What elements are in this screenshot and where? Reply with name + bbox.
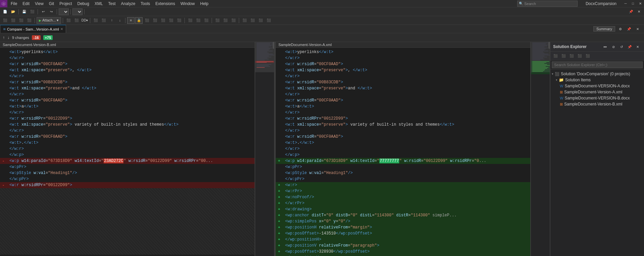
se-tool4[interactable]: ⬛ <box>576 53 583 59</box>
se-tool5[interactable]: ⬛ <box>584 53 591 59</box>
docx-icon-1: W <box>560 84 563 88</box>
menu-analyze[interactable]: Analyze <box>118 0 138 7</box>
xml-tool11[interactable]: ⬛ <box>167 17 175 24</box>
se-close-button[interactable]: ✕ <box>634 43 641 50</box>
toolbar-main: 📄 📂 💾 ⬛ ↩ ↪ 📌 ✕ <box>0 7 644 16</box>
se-solution-label: Solution 'DocxComparsion' (0 projects) <box>561 72 630 76</box>
right-code-area[interactable]: <w:t>yperlinks</w:t> </w:r> <w:r w:rsidR… <box>276 48 530 256</box>
right-toolbar: 📌 ✕ <box>627 8 643 15</box>
right-minimap[interactable] <box>531 42 550 256</box>
se-tool1[interactable]: ⬛ <box>552 53 559 59</box>
open-file-button[interactable]: 📂 <box>9 8 17 15</box>
se-refresh-button[interactable]: ↺ <box>618 43 625 50</box>
diff-highlight-btn[interactable]: ≡ <box>127 17 135 24</box>
diff-lock-btn[interactable]: 🔒 <box>135 17 143 24</box>
se-tool3[interactable]: ⬛ <box>568 53 575 59</box>
xml-tool13[interactable]: ⬛ <box>186 17 194 24</box>
menu-tools[interactable]: Tools <box>138 0 153 7</box>
table-row: <w:t>a</w:t> <box>276 103 530 110</box>
menu-xml[interactable]: XML <box>92 0 106 7</box>
right-editor-filename: SampleDocument-Version-A.xml <box>276 42 530 48</box>
save-all-button[interactable]: ⬛ <box>29 8 36 15</box>
config-dropdown[interactable] <box>59 8 69 15</box>
se-solution-items-folder[interactable]: ▾ 📁 Solution Items <box>550 77 644 83</box>
close-diff-button[interactable]: ✕ <box>634 26 641 32</box>
diff-up-button[interactable]: ↑ <box>3 35 5 40</box>
sep3 <box>57 9 57 14</box>
se-expand-button[interactable]: ▸▸ <box>602 43 609 50</box>
se-file-version-a-docx[interactable]: W SampleDocument-VERSION-A.docx <box>550 83 644 89</box>
xml-tool4[interactable]: ⬛ <box>92 17 99 24</box>
menu-extensions[interactable]: Extensions <box>153 0 178 7</box>
xml-tool1[interactable]: ⬛ <box>65 17 72 24</box>
close-button[interactable]: ✕ <box>637 0 644 7</box>
xml-tool3[interactable]: DD▾ <box>81 17 88 24</box>
pin-diff-button[interactable]: 📌 <box>625 26 633 32</box>
save-button[interactable]: 💾 <box>20 8 28 15</box>
menu-help[interactable]: Help <box>198 0 211 7</box>
left-minimap[interactable] <box>255 42 274 256</box>
xml-tool19[interactable]: ⬛ <box>241 17 248 24</box>
xml-tool5[interactable]: ⬛ <box>100 17 107 24</box>
toolbar2-btn4[interactable]: ⬛ <box>25 17 33 24</box>
solution-caret-icon: ▾ <box>552 72 553 76</box>
toolbar2-btn3[interactable]: ⬛ <box>17 17 25 24</box>
xml-tool16[interactable]: ⬛ <box>214 17 221 24</box>
se-solution-root[interactable]: ▾ ⬛ Solution 'DocxComparsion' (0 project… <box>550 71 644 77</box>
toolbar2-btn2[interactable]: ⬛ <box>9 17 17 24</box>
menu-debug[interactable]: Debug <box>75 0 92 7</box>
close-pane-button[interactable]: ✕ <box>635 8 643 15</box>
xml-tool6[interactable]: ↑ <box>108 17 115 24</box>
se-file-version-b-docx[interactable]: W SampleDocument-VERSION-B.docx <box>550 95 644 101</box>
xml-tool8[interactable]: ⬛ <box>143 17 151 24</box>
se-file-version-b-xml[interactable]: ⊞ SampleDocument-Version-B.xml <box>550 101 644 107</box>
xml-tool14[interactable]: ⬛ <box>195 17 202 24</box>
se-filter-button[interactable]: ⊘ <box>610 43 617 50</box>
xml-tool17[interactable]: ⬛ <box>222 17 229 24</box>
xml-tool21[interactable]: ⬛ <box>257 17 264 24</box>
menu-test[interactable]: Test <box>106 0 118 7</box>
added-line-14: + </wp:positionV> <box>276 255 530 256</box>
redo-button[interactable]: ↪ <box>48 8 55 15</box>
pin-button[interactable]: 📌 <box>627 8 635 15</box>
se-file-a-docx-label: SampleDocument-VERSION-A.docx <box>565 84 630 88</box>
xml-tool2[interactable]: ⬛ <box>73 17 80 24</box>
se-file-version-a-xml[interactable]: ⊞ SampleDocument-Version-A.xml <box>550 89 644 95</box>
svg-rect-29 <box>273 42 274 49</box>
xml-tool15[interactable]: ⬛ <box>203 17 210 24</box>
summary-button[interactable]: Summary <box>593 26 615 32</box>
xml-tool22[interactable]: ⬛ <box>265 17 272 24</box>
xml-tool12[interactable]: ⬛ <box>175 17 183 24</box>
table-row: </w:r> <box>0 128 255 134</box>
undo-button[interactable]: ↩ <box>40 8 47 15</box>
menu-file[interactable]: File <box>8 0 20 7</box>
menu-window[interactable]: Window <box>178 0 198 7</box>
changes-count: 9 changes <box>12 36 29 40</box>
maximize-button[interactable]: □ <box>629 0 637 7</box>
left-code-area[interactable]: <w:t>yperlinks</w:t> </w:r> <w:r w:rsidR… <box>0 48 255 256</box>
xml-tool20[interactable]: ⬛ <box>249 17 256 24</box>
window-controls: ─ □ ✕ <box>622 0 644 7</box>
new-file-button[interactable]: 📄 <box>1 8 9 15</box>
menu-project[interactable]: Project <box>57 0 74 7</box>
xml-tool18[interactable]: ⬛ <box>230 17 237 24</box>
se-search-input[interactable] <box>552 61 643 68</box>
xml-tool9[interactable]: ⬛ <box>151 17 159 24</box>
menu-edit[interactable]: Edit <box>20 0 32 7</box>
compare-tab[interactable]: ≋ Compare - Sam...Version-A.xml ✕ <box>0 25 66 33</box>
table-row: </w:r> <box>276 146 530 152</box>
menu-view[interactable]: View <box>32 0 46 7</box>
menu-git[interactable]: Git <box>46 0 57 7</box>
minimize-button[interactable]: ─ <box>622 0 629 7</box>
hatch-line <box>0 188 255 194</box>
attach-button[interactable]: ▶ Attach... ▾ <box>37 17 61 24</box>
toolbar2-btn1[interactable]: ⬛ <box>1 17 9 24</box>
se-tool2[interactable]: ⬛ <box>560 53 567 59</box>
xml-tool7[interactable]: ↓ <box>116 17 123 24</box>
platform-dropdown[interactable] <box>72 8 83 15</box>
diff-down-button[interactable]: ↓ <box>7 35 9 40</box>
se-pin-button[interactable]: 📌 <box>626 43 633 50</box>
xml-tool10[interactable]: ⬛ <box>159 17 167 24</box>
diff-settings-button[interactable]: ⚙ <box>616 26 624 32</box>
close-tab-button[interactable]: ✕ <box>60 25 63 33</box>
